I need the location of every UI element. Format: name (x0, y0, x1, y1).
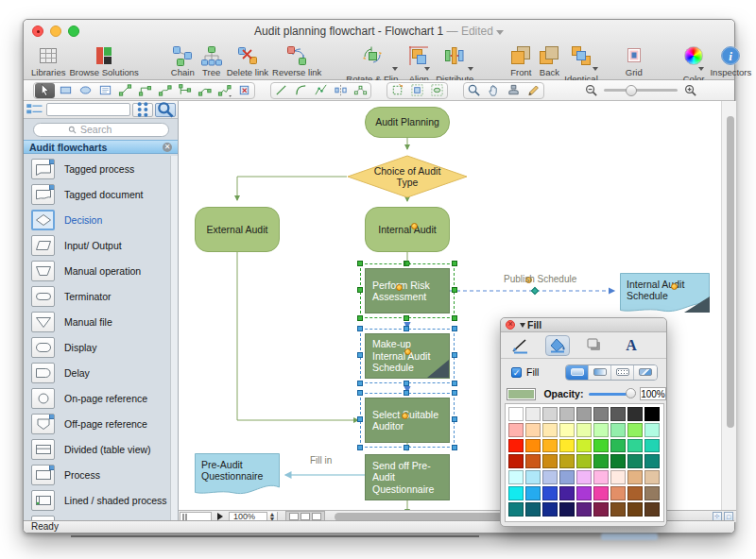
fill-checkbox[interactable]: ✓ (511, 367, 522, 378)
opacity-slider-knob[interactable] (626, 388, 636, 398)
color-swatch[interactable] (627, 423, 643, 437)
selection-handle[interactable] (357, 352, 363, 358)
library-filter-input[interactable] (46, 103, 130, 116)
color-swatch[interactable] (508, 439, 524, 453)
selection-handle[interactable] (357, 287, 363, 293)
action-marker-perform-risk[interactable] (396, 284, 403, 291)
color-swatch[interactable] (610, 454, 626, 468)
selection-handle[interactable] (452, 445, 457, 450)
node-internal-audit-schedule[interactable]: Internal Audit Schedule (620, 273, 710, 314)
color-swatch[interactable] (593, 423, 609, 437)
tool-zoom[interactable] (464, 83, 484, 98)
tool-rectangle[interactable] (56, 83, 76, 98)
color-swatch[interactable] (627, 486, 643, 500)
color-swatch[interactable] (627, 470, 643, 484)
toolbar-back-button[interactable]: Back (538, 44, 560, 77)
color-swatch[interactable] (559, 423, 575, 437)
selection-handle[interactable] (357, 390, 363, 396)
selection-handle[interactable] (404, 315, 409, 321)
color-swatch[interactable] (542, 407, 558, 421)
color-swatch[interactable] (593, 486, 609, 500)
tab-shadow[interactable] (582, 335, 607, 356)
color-swatch[interactable] (644, 439, 660, 453)
toolbar-tree-button[interactable]: Tree (200, 44, 223, 77)
color-swatch[interactable] (627, 407, 643, 421)
tool-tree-connector[interactable] (175, 83, 195, 98)
selection-handle[interactable] (452, 352, 457, 358)
color-swatch[interactable] (559, 486, 575, 500)
color-swatch[interactable] (593, 502, 609, 517)
color-swatch[interactable] (508, 470, 524, 484)
color-swatch[interactable] (525, 502, 541, 517)
color-swatch[interactable] (559, 502, 575, 517)
color-swatch[interactable] (508, 423, 524, 437)
color-swatch[interactable] (644, 502, 660, 517)
color-swatch[interactable] (542, 423, 558, 437)
color-swatch[interactable] (610, 486, 626, 500)
color-swatch[interactable] (559, 470, 575, 484)
action-marker-makeup-schedule[interactable] (404, 348, 411, 355)
toolbar-delete-link-button[interactable]: Delete link (227, 44, 268, 77)
color-swatch[interactable] (508, 502, 524, 517)
tool-elbow-connector[interactable] (135, 83, 155, 98)
selection-handle[interactable] (452, 326, 457, 331)
action-marker-select-auditor[interactable] (402, 413, 408, 419)
selection-handle[interactable] (357, 416, 363, 422)
fill-type-solid-button[interactable] (566, 365, 589, 380)
close-window-button[interactable] (32, 25, 43, 37)
zoom-window-button[interactable] (68, 25, 79, 37)
tab-fill[interactable] (545, 335, 570, 356)
node-audit-planning[interactable]: Audit Planning (365, 107, 450, 138)
color-swatch[interactable] (593, 470, 609, 484)
tool-bezier-connector[interactable] (155, 83, 175, 98)
selection-handle[interactable] (357, 445, 363, 450)
selection-handle[interactable] (452, 287, 457, 293)
toolbar-reverse-link-button[interactable]: Reverse link (272, 44, 321, 77)
sidebar-item-display[interactable]: Display (24, 334, 170, 360)
fill-type-texture-button[interactable] (634, 365, 657, 380)
color-swatch[interactable] (542, 439, 558, 453)
color-swatch[interactable] (610, 439, 626, 453)
sidebar-item-terminator[interactable]: Terminator (24, 283, 170, 309)
toolbar-identical-button[interactable]: Identical (564, 44, 597, 84)
sidebar-item-on-page-reference[interactable]: On-page reference (24, 385, 170, 411)
color-swatch[interactable] (610, 407, 626, 421)
selection-handle[interactable] (404, 390, 409, 396)
dialog-titlebar[interactable]: Fill (501, 318, 666, 332)
sidebar-item-manual-operation[interactable]: Manual operation (24, 258, 170, 283)
node-external-audit[interactable]: External Audit (195, 207, 280, 252)
library-properties-icon[interactable] (26, 103, 44, 117)
disclosure-triangle-icon[interactable] (520, 323, 525, 328)
selection-handle[interactable] (452, 381, 457, 386)
tool-group-select[interactable] (427, 83, 447, 98)
opacity-slider[interactable] (589, 393, 633, 396)
sidebar-item-manual-file[interactable]: Manual file (24, 309, 170, 334)
page-nav-icon[interactable] (217, 513, 223, 520)
view-mode-1-button[interactable] (289, 513, 299, 520)
toolbar-browse-solutions-button[interactable]: Browse Solutions (69, 44, 138, 77)
color-swatch[interactable] (627, 454, 643, 468)
color-swatch[interactable] (525, 486, 541, 500)
fill-inspector-dialog[interactable]: Fill A ✓ Fill Opacit (500, 317, 667, 527)
sidebar-item-tagged-process[interactable]: Tagged process (24, 156, 170, 181)
color-swatch[interactable] (576, 423, 592, 437)
color-swatch[interactable] (644, 486, 660, 500)
selection-handle[interactable] (357, 381, 363, 386)
action-marker-internal-audit-schedule[interactable] (671, 283, 678, 290)
node-send-off-pre-audit-questionnaire[interactable]: Send off Pre-Audit Questionnaire (365, 454, 450, 500)
connector-midpoint-handle[interactable] (531, 287, 539, 295)
selection-handle[interactable] (452, 261, 457, 266)
library-search-button[interactable] (155, 103, 176, 117)
tool-arc[interactable] (291, 83, 311, 98)
selection-handle[interactable] (404, 326, 409, 331)
fill-type-pattern-button[interactable] (611, 365, 634, 380)
zoom-out-icon[interactable] (584, 83, 598, 97)
toolbar-distribute-button[interactable]: Distribute (436, 44, 473, 84)
color-swatch[interactable] (644, 423, 660, 437)
zoom-slider[interactable] (604, 89, 678, 92)
color-swatch[interactable] (610, 423, 626, 437)
color-swatch[interactable] (593, 454, 609, 468)
sidebar-item-tagged-document[interactable]: Tagged document (24, 181, 170, 207)
tool-edit-nodes[interactable] (351, 83, 370, 98)
tool-connector[interactable] (115, 83, 135, 98)
